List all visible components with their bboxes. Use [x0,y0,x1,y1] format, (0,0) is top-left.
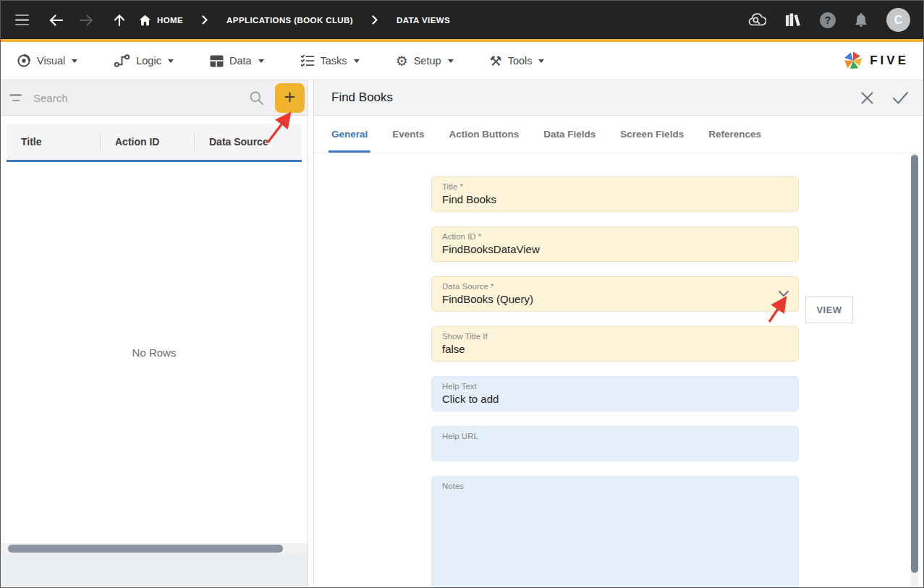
chevron-down-icon [168,59,174,63]
menu-bar: Visual Logic Data Tasks ⚙ [1,42,923,80]
notes-field-value [442,493,788,506]
list-table-header: Title Action ID Data Source [7,124,302,160]
action-id-field-value: FindBooksDataView [442,243,788,256]
panel-divider [308,80,313,587]
breadcrumb-home-label: HOME [157,16,183,25]
close-icon[interactable] [858,89,876,106]
title-field[interactable]: Title * Find Books [431,176,799,212]
show-title-if-field[interactable]: Show Title If false [431,326,799,362]
chevron-down-icon [448,59,454,63]
visual-icon [17,54,31,68]
tab-screen-fields[interactable]: Screen Fields [619,116,685,153]
breadcrumb-data-views-label: DATA VIEWS [397,16,450,25]
help-icon[interactable]: ? [820,12,836,28]
help-url-field[interactable]: Help URL [431,426,799,461]
search-bar: + [1,80,308,116]
tab-action-buttons[interactable]: Action Buttons [448,116,521,153]
column-header-title[interactable]: Title [7,136,100,148]
menu-tools[interactable]: ⚒ Tools [490,54,545,68]
forward-arrow-icon[interactable] [78,12,94,28]
menu-logic-label: Logic [136,55,161,67]
cloud-inspect-icon[interactable] [746,12,766,28]
up-arrow-icon[interactable] [111,12,127,28]
logic-icon [114,54,130,68]
breadcrumb-applications[interactable]: APPLICATIONS (BOOK CLUB) [226,16,353,25]
column-header-data-source[interactable]: Data Source [195,136,302,148]
help-url-field-value [442,443,788,456]
top-navigation-bar: HOME APPLICATIONS (BOOK CLUB) DATA VIEWS [1,1,923,39]
vertical-scrollbar[interactable] [911,153,918,587]
horizontal-scrollbar-thumb[interactable] [8,545,283,553]
detail-panel: Find Books General Events Action Buttons… [313,80,923,587]
menu-setup-label: Setup [414,55,441,67]
five-logo-text: FIVE [870,54,909,68]
menu-data[interactable]: Data [210,55,264,67]
help-text-field-label: Help Text [442,382,788,391]
chevron-down-icon [258,59,264,63]
chevron-down-icon [354,59,360,63]
data-source-field-value: FindBooks (Query) [442,293,788,306]
breadcrumb-separator-icon [372,15,378,25]
user-avatar[interactable]: C [886,8,910,32]
notifications-bell-icon[interactable] [853,12,869,28]
show-title-if-field-label: Show Title If [442,332,788,341]
detail-tabs: General Events Action Buttons Data Field… [314,116,923,153]
data-source-field-label: Data Source * [442,282,788,291]
menu-data-label: Data [229,55,252,67]
help-text-field[interactable]: Help Text Click to add [431,376,799,412]
notes-field-label: Notes [442,482,788,490]
menu-tools-label: Tools [508,55,533,67]
horizontal-scrollbar[interactable] [1,543,308,554]
detail-header: Find Books [314,80,923,116]
setup-gear-icon: ⚙ [396,54,408,68]
home-icon [139,14,151,26]
title-field-value: Find Books [442,193,788,206]
breadcrumb-separator-icon [202,15,208,25]
tab-events[interactable]: Events [391,116,425,153]
breadcrumb: HOME APPLICATIONS (BOOK CLUB) DATA VIEWS [139,14,450,26]
tab-references[interactable]: References [707,116,763,153]
plus-icon: + [284,88,296,107]
five-logo: FIVE [842,50,909,72]
help-url-field-label: Help URL [442,432,788,440]
data-views-list-panel: + Title Action ID Data Source No Rows [1,80,308,587]
menu-setup[interactable]: ⚙ Setup [396,54,454,68]
view-data-source-button[interactable]: VIEW [805,297,853,323]
filter-icon[interactable] [9,94,22,101]
data-source-dropdown-chevron-icon[interactable] [778,290,789,297]
show-title-if-field-value: false [442,343,788,356]
list-panel-footer [1,554,308,587]
breadcrumb-home[interactable]: HOME [139,14,183,26]
breadcrumb-applications-label: APPLICATIONS (BOOK CLUB) [226,16,353,25]
notes-field[interactable]: Notes [431,476,799,587]
add-data-view-button[interactable]: + [275,83,305,113]
page-title: Find Books [331,90,858,105]
save-check-icon[interactable] [891,89,909,106]
tab-data-fields[interactable]: Data Fields [542,116,597,153]
chevron-down-icon [72,59,77,63]
tab-general[interactable]: General [330,116,369,153]
back-arrow-icon[interactable] [48,12,64,28]
menu-visual-label: Visual [37,55,65,67]
tools-icon: ⚒ [490,54,502,68]
search-input[interactable] [33,92,248,104]
breadcrumb-data-views[interactable]: DATA VIEWS [397,16,450,25]
data-source-field[interactable]: Data Source * FindBooks (Query) [431,276,799,312]
column-header-action-id[interactable]: Action ID [101,136,194,148]
empty-state-text: No Rows [132,346,177,359]
vertical-scrollbar-thumb[interactable] [911,155,918,573]
tasks-icon [300,54,315,67]
search-icon[interactable] [248,90,265,106]
title-field-label: Title * [442,182,788,191]
general-form: Title * Find Books Action ID * FindBooks… [431,176,799,587]
hamburger-menu-icon[interactable] [15,14,29,25]
help-text-field-value: Click to add [442,393,788,406]
menu-logic[interactable]: Logic [114,54,174,68]
action-id-field[interactable]: Action ID * FindBooksDataView [431,226,799,262]
action-id-field-label: Action ID * [442,232,788,241]
menu-visual[interactable]: Visual [17,54,77,68]
library-books-icon[interactable] [784,12,802,28]
chevron-down-icon [538,59,544,63]
menu-tasks[interactable]: Tasks [300,54,360,67]
menu-tasks-label: Tasks [321,55,347,67]
